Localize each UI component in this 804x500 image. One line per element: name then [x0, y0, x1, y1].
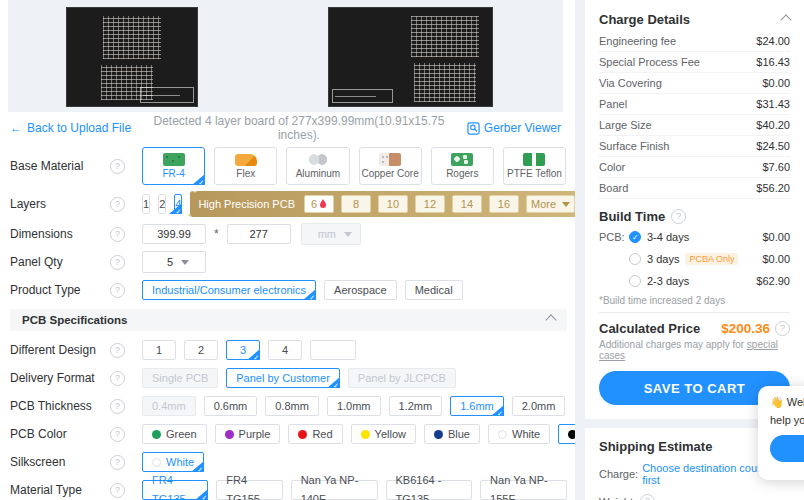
- fee-row: Panel$31.43: [599, 94, 790, 115]
- back-to-upload-link[interactable]: ←Back to Upload File: [10, 121, 131, 135]
- delivery-panel-by-customer[interactable]: Panel by Customer: [226, 368, 340, 388]
- radio-2-3-days[interactable]: [629, 275, 641, 287]
- color-green[interactable]: Green: [142, 424, 207, 444]
- base-material-flex[interactable]: Flex: [214, 147, 277, 185]
- material-nanya-np140f[interactable]: Nan Ya NP-140F: [291, 480, 378, 500]
- product-type-label: Product Type: [10, 283, 110, 297]
- thickness-1-0mm[interactable]: 1.0mm: [327, 396, 381, 416]
- delivery-format-label: Delivery Format: [10, 371, 110, 385]
- thickness-0-8mm[interactable]: 0.8mm: [265, 396, 319, 416]
- fee-row: Color$7.60: [599, 157, 790, 178]
- dimension-unit-select[interactable]: mm: [301, 223, 361, 245]
- yellow-color-swatch: [361, 430, 370, 439]
- material-kb6164-tg135[interactable]: KB6164 - TG135: [386, 480, 473, 500]
- fee-row: Board$56.20: [599, 178, 790, 199]
- thickness-2-0mm[interactable]: 2.0mm: [512, 396, 566, 416]
- help-icon[interactable]: ?: [640, 494, 655, 500]
- dimension-width-input[interactable]: [142, 224, 206, 244]
- product-type-aerospace[interactable]: Aerospace: [324, 280, 397, 300]
- different-design-input[interactable]: [310, 340, 356, 360]
- thickness-1-6mm[interactable]: 1.6mm: [450, 396, 504, 416]
- layers-option-12[interactable]: 12: [415, 195, 445, 213]
- color-yellow[interactable]: Yellow: [351, 424, 416, 444]
- base-material-rogers[interactable]: Rogers: [431, 147, 494, 185]
- thickness-1-2mm[interactable]: 1.2mm: [389, 396, 443, 416]
- help-icon[interactable]: ?: [110, 455, 125, 470]
- silkscreen-white[interactable]: White: [142, 452, 204, 472]
- different-design-2[interactable]: 2: [184, 340, 218, 360]
- color-white[interactable]: White: [488, 424, 550, 444]
- material-nanya-np155f[interactable]: Nan Ya NP-155F: [480, 480, 567, 500]
- build-time-option: 2-3 days $62.90: [599, 270, 790, 292]
- layers-more-dropdown[interactable]: More: [526, 195, 575, 213]
- help-icon[interactable]: ?: [110, 371, 125, 386]
- row-pcb-color: PCB Color ? Green Purple Red Yellow Blue…: [10, 423, 575, 445]
- layers-option-10[interactable]: 10: [378, 195, 408, 213]
- calculated-price-row: Calculated Price $200.36 ?: [599, 321, 790, 336]
- build-time-note: *Build time increased 2 days: [599, 295, 790, 306]
- dimensions-separator: *: [214, 227, 219, 241]
- dimensions-label: Dimensions: [10, 227, 110, 241]
- radio-3-days[interactable]: [629, 253, 641, 265]
- help-icon[interactable]: ?: [110, 159, 125, 174]
- charge-details-title: Charge Details: [599, 12, 690, 27]
- panel-qty-select[interactable]: 5: [142, 251, 206, 273]
- product-type-medical[interactable]: Medical: [405, 280, 463, 300]
- help-icon[interactable]: ?: [110, 399, 125, 414]
- color-blue[interactable]: Blue: [424, 424, 480, 444]
- layers-option-8[interactable]: 8: [341, 195, 371, 213]
- different-design-3[interactable]: 3: [226, 340, 260, 360]
- charge-details-header: Charge Details: [599, 12, 790, 27]
- gerber-viewer-link[interactable]: Gerber Viewer: [467, 121, 561, 135]
- help-icon[interactable]: ?: [110, 427, 125, 442]
- layers-option-4[interactable]: 4: [174, 194, 182, 214]
- layers-option-2[interactable]: 2: [158, 194, 166, 214]
- chat-action-button[interactable]: [770, 435, 804, 462]
- help-icon[interactable]: ?: [110, 227, 125, 242]
- dimension-height-input[interactable]: [227, 224, 291, 244]
- help-icon[interactable]: ?: [110, 197, 125, 212]
- blue-color-swatch: [434, 430, 443, 439]
- help-icon[interactable]: ?: [110, 483, 125, 498]
- material-fr4-tg135[interactable]: FR4 TG135: [142, 480, 208, 500]
- pcb-order-form: Base Material ? FR-4 Flex Aluminum Coppe…: [0, 141, 575, 500]
- collapse-chevron-icon[interactable]: [545, 314, 556, 325]
- color-purple[interactable]: Purple: [215, 424, 281, 444]
- base-material-ptfe[interactable]: PTFE Teflon: [503, 147, 566, 185]
- help-icon[interactable]: ?: [775, 321, 790, 336]
- layers-option-6[interactable]: 6: [304, 195, 334, 213]
- build-time-title: Build Time: [599, 209, 665, 224]
- help-icon[interactable]: ?: [110, 255, 125, 270]
- chat-widget: 👋 Welco help you?: [758, 386, 804, 480]
- thickness-0-4mm[interactable]: 0.4mm: [142, 396, 196, 416]
- help-icon[interactable]: ?: [671, 209, 686, 224]
- layers-option-14[interactable]: 14: [452, 195, 482, 213]
- radio-3-4-days[interactable]: [629, 231, 641, 243]
- gerber-preview-bottom[interactable]: [328, 7, 493, 107]
- pcb-specifications-title: PCB Specifications: [22, 314, 127, 326]
- help-icon[interactable]: ?: [110, 343, 125, 358]
- different-design-4[interactable]: 4: [268, 340, 302, 360]
- build-time-header: Build Time ?: [599, 209, 790, 224]
- color-red[interactable]: Red: [288, 424, 342, 444]
- base-material-label: Base Material: [10, 159, 110, 173]
- layers-option-16[interactable]: 16: [489, 195, 519, 213]
- product-type-industrial[interactable]: Industrial/Consumer electronics: [142, 280, 316, 300]
- help-icon[interactable]: ?: [110, 283, 125, 298]
- gerber-preview-top[interactable]: [66, 7, 198, 107]
- base-material-fr4[interactable]: FR-4: [142, 147, 205, 185]
- thickness-0-6mm[interactable]: 0.6mm: [204, 396, 258, 416]
- material-fr4-tg155[interactable]: FR4 TG155: [216, 480, 282, 500]
- different-design-1[interactable]: 1: [142, 340, 176, 360]
- collapse-chevron-icon[interactable]: [780, 14, 791, 25]
- delivery-single-pcb[interactable]: Single PCB: [142, 368, 218, 388]
- pcba-only-badge: PCBA Only: [685, 253, 738, 265]
- charge-details-card: Charge Details Engineering fee$24.00 Spe…: [585, 0, 804, 419]
- layers-option-1[interactable]: 1: [142, 194, 150, 214]
- aluminum-board-icon: [306, 153, 330, 166]
- delivery-panel-by-jlcpcb[interactable]: Panel by JLCPCB: [348, 368, 456, 388]
- base-material-aluminum[interactable]: Aluminum: [286, 147, 349, 185]
- base-material-copper-core[interactable]: Copper Core: [359, 147, 422, 185]
- row-product-type: Product Type ? Industrial/Consumer elect…: [10, 279, 575, 301]
- weight-label: Weight: [599, 496, 633, 500]
